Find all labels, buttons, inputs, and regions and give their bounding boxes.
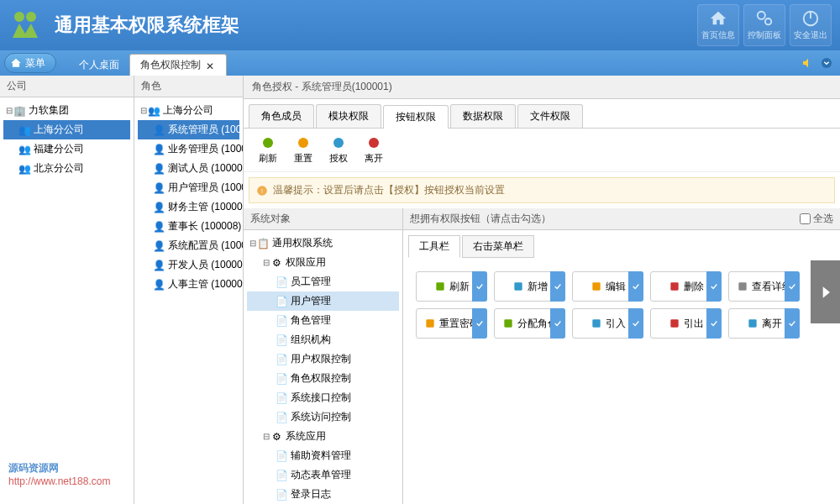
company-item-fujian[interactable]: 👥 福建分公司 <box>3 139 130 159</box>
object-panel: 系统对象 ⊟ 📋 通用权限系统 ⊟⚙权限应用📄员工管理📄用户管理📄角色管理📄组织… <box>244 208 403 504</box>
obj-group[interactable]: ⊟⚙系统应用 <box>247 427 399 446</box>
content-tab[interactable]: 数据权限 <box>450 104 516 128</box>
expand-icon[interactable]: ⊟ <box>262 432 270 441</box>
toolbar: 刷新重置授权离开 <box>244 129 840 172</box>
logout-button[interactable]: 安全退出 <box>790 4 832 46</box>
perm-card[interactable]: 重置密码 <box>416 308 487 339</box>
obj-root[interactable]: ⊟ 📋 通用权限系统 <box>247 234 399 253</box>
page-icon: 📄 <box>276 412 287 423</box>
obj-item[interactable]: 📄辅助资料管理 <box>247 446 399 465</box>
obj-group[interactable]: ⊟⚙权限应用 <box>247 253 399 272</box>
content-tab[interactable]: 文件权限 <box>517 104 583 128</box>
content-panel: 角色授权 - 系统管理员(100001) 角色成员模块权限按钮权限数据权限文件权… <box>244 76 840 504</box>
role-item[interactable]: 👤董事长 (100008) <box>138 217 239 236</box>
svg-point-3 <box>765 18 771 24</box>
page-icon: 📄 <box>276 373 287 385</box>
expand-icon[interactable]: ⊟ <box>262 258 270 267</box>
collapse-icon[interactable] <box>820 56 833 70</box>
next-arrow[interactable] <box>811 260 840 323</box>
obj-item[interactable]: 📄角色管理 <box>247 311 399 330</box>
svg-point-8 <box>298 138 308 148</box>
role-item[interactable]: 👤系统管理员 (100001) <box>138 120 239 139</box>
perm-card[interactable]: 离开 <box>728 308 800 339</box>
perm-tab-context[interactable]: 右击菜单栏 <box>462 235 534 258</box>
svg-point-0 <box>14 12 24 22</box>
role-item[interactable]: 👤测试人员 (100007) <box>138 159 239 178</box>
toolbar-重置[interactable]: 重置 <box>287 134 319 166</box>
home-button[interactable]: 首页信息 <box>697 4 739 46</box>
tab-role-permission[interactable]: 角色权限控制 ✕ <box>129 54 227 76</box>
company-item-shanghai[interactable]: 👥 上海分公司 <box>3 120 130 139</box>
permission-panel: 想拥有权限按钮（请点击勾选） 全选 工具栏 右击菜单栏 刷新新增编辑删除查看详细… <box>403 208 840 504</box>
content-tab[interactable]: 角色成员 <box>249 104 314 128</box>
perm-card[interactable]: 新增 <box>494 271 565 302</box>
content-tab[interactable]: 模块权限 <box>316 104 381 128</box>
role-item[interactable]: 👤开发人员 (100006) <box>138 255 239 275</box>
company-panel: 公司 ⊟ 🏢 力软集团 👥 上海分公司 👥 福建分公司 👥 北京分公司 <box>0 76 134 504</box>
company-root[interactable]: ⊟ 🏢 力软集团 <box>3 101 130 120</box>
close-icon[interactable]: ✕ <box>206 60 216 71</box>
perm-card[interactable]: 引出 <box>650 308 722 339</box>
toolbar-离开[interactable]: 离开 <box>358 134 390 166</box>
svg-point-7 <box>263 138 273 148</box>
role-item[interactable]: 👤财务主管 (100005) <box>138 197 239 217</box>
perm-card[interactable]: 引入 <box>572 308 643 339</box>
role-item[interactable]: 👤人事主管 (100009) <box>138 275 239 294</box>
obj-item[interactable]: 📄动态表单管理 <box>247 465 399 485</box>
role-header: 角色 <box>134 76 243 97</box>
menu-button[interactable]: 菜单 <box>4 53 56 73</box>
page-icon: 📄 <box>276 276 287 288</box>
tab-desktop[interactable]: 个人桌面 <box>69 54 129 76</box>
header: 通用基本权限系统框架 首页信息 控制面板 安全退出 <box>0 0 840 50</box>
svg-rect-22 <box>748 319 756 327</box>
system-icon: 📋 <box>257 238 269 249</box>
sound-icon[interactable] <box>801 56 815 70</box>
check-icon <box>550 271 565 302</box>
perm-card[interactable]: 删除 <box>650 271 722 302</box>
perm-tab-toolbar[interactable]: 工具栏 <box>408 235 460 258</box>
user-icon: 👤 <box>153 163 165 175</box>
svg-rect-21 <box>670 319 678 327</box>
check-icon <box>550 308 565 339</box>
perm-card[interactable]: 分配角色 <box>494 308 565 339</box>
page-icon: 📄 <box>276 470 287 481</box>
obj-item[interactable]: 📄系统访问控制 <box>247 407 399 427</box>
obj-item[interactable]: 📄登录日志 <box>247 485 399 504</box>
obj-item[interactable]: 📄组织机构 <box>247 330 399 349</box>
obj-item[interactable]: 📄用户权限控制 <box>247 349 399 369</box>
obj-item[interactable]: 📄角色权限控制 <box>247 369 399 388</box>
role-item[interactable]: 👤用户管理员 (100002) <box>138 178 239 197</box>
obj-item[interactable]: 📄员工管理 <box>247 272 399 291</box>
company-item-beijing[interactable]: 👥 北京分公司 <box>3 159 130 178</box>
user-icon: 👤 <box>153 182 165 194</box>
role-item[interactable]: 👤系统配置员 (100003) <box>138 236 239 255</box>
perm-card[interactable]: 刷新 <box>416 271 487 302</box>
toolbar-授权[interactable]: 授权 <box>323 134 354 166</box>
logout-label: 安全退出 <box>794 29 827 41</box>
home-label: 首页信息 <box>701 29 735 41</box>
svg-rect-17 <box>738 282 746 290</box>
main-content: 公司 ⊟ 🏢 力软集团 👥 上海分公司 👥 福建分公司 👥 北京分公司 角色 <box>0 76 840 504</box>
perm-card[interactable]: 查看详细 <box>728 271 800 302</box>
role-item[interactable]: 👤业务管理员 (100004) <box>138 139 239 159</box>
perm-tabs: 工具栏 右击菜单栏 <box>403 230 840 263</box>
user-icon: 👤 <box>153 260 165 271</box>
check-all-box[interactable] <box>800 213 811 224</box>
svg-rect-15 <box>592 282 600 290</box>
svg-point-1 <box>26 12 36 22</box>
control-panel-button[interactable]: 控制面板 <box>743 4 785 46</box>
building-icon: 🏢 <box>13 105 25 117</box>
obj-item[interactable]: 📄用户管理 <box>247 291 399 311</box>
svg-rect-18 <box>426 319 433 327</box>
toolbar-刷新[interactable]: 刷新 <box>252 134 284 166</box>
svg-text:!: ! <box>261 187 263 193</box>
check-all[interactable]: 全选 <box>800 212 833 226</box>
expand-icon[interactable]: ⊟ <box>249 239 257 248</box>
expand-icon[interactable]: ⊟ <box>5 106 13 115</box>
content-tab[interactable]: 按钮权限 <box>383 105 449 129</box>
obj-item[interactable]: 📄系统接口控制 <box>247 388 399 407</box>
expand-icon[interactable]: ⊟ <box>139 106 148 115</box>
role-root[interactable]: ⊟ 👥 上海分公司 <box>138 101 239 120</box>
user-icon: 👤 <box>153 202 165 213</box>
perm-card[interactable]: 编辑 <box>572 271 643 302</box>
